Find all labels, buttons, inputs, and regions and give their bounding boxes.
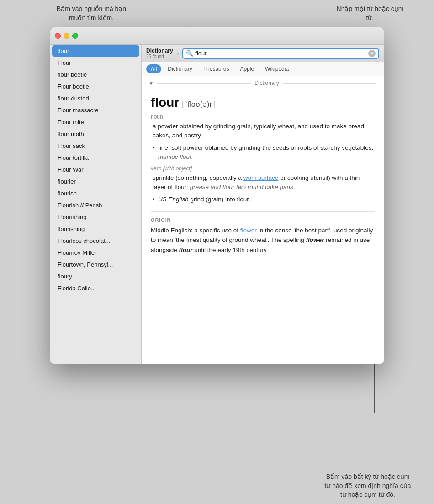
search-input[interactable] — [195, 50, 366, 57]
dict-content: flour | ˈfloʊ(ə)r | noun a powder obtain… — [142, 90, 384, 364]
noun-sub-definition: fine, soft powder obtained by grinding t… — [151, 143, 375, 162]
search-icon: 🔍 — [186, 50, 193, 57]
sidebar-item-10[interactable]: Flour War — [52, 164, 139, 175]
right-panel: Dictionary 25 found › 🔍 ✕ All Dictionary… — [142, 45, 384, 364]
sidebar-item-17[interactable]: Flournoy Miller — [52, 247, 139, 258]
origin-text: Middle English: a specific use of flower… — [151, 226, 375, 255]
tab-wikipedia[interactable]: Wikipedia — [260, 64, 293, 74]
section-header-label: Dictionary — [254, 80, 279, 86]
close-button[interactable] — [55, 33, 61, 39]
sidebar-item-7[interactable]: flour moth — [52, 128, 139, 140]
word-title: flour — [151, 95, 179, 110]
sidebar-item-6[interactable]: Flour mite — [52, 116, 139, 128]
annotation-top-left: Bấm vào nguồn mà bạn muốn tìm kiếm. — [55, 5, 128, 22]
sidebar-item-0[interactable]: flour — [52, 45, 139, 57]
origin-bold1: flower — [306, 236, 324, 243]
verb-def-start: sprinkle (something, especially a — [153, 174, 243, 181]
sidebar-item-20[interactable]: Florida Colle... — [52, 283, 139, 294]
verb-def-example: : grease and flour two round cake pans. — [186, 184, 295, 190]
origin-text-4: until the early 19th century. — [193, 247, 268, 253]
pos-noun-label: noun — [151, 114, 375, 120]
sidebar-item-15[interactable]: flourishing — [52, 223, 139, 235]
sidebar-item-14[interactable]: Flourishing — [52, 211, 139, 223]
sub-def-text: fine, soft powder obtained by grinding t… — [158, 144, 373, 151]
sidebar-item-1[interactable]: Flour — [52, 57, 139, 68]
maximize-button[interactable] — [72, 33, 78, 39]
sub-def-example: manioc flour. — [158, 153, 193, 160]
sidebar-item-5[interactable]: Flour massacre — [52, 105, 139, 116]
sidebar-item-12[interactable]: flourish — [52, 188, 139, 199]
app-window: flourFlourflour beetleFlour beetleflour-… — [50, 27, 384, 364]
pronunciation: | ˈfloʊ(ə)r | — [182, 100, 216, 109]
tab-apple[interactable]: Apple — [235, 64, 259, 74]
toolbar: Dictionary 25 found › 🔍 ✕ — [142, 45, 384, 62]
toolbar-title-section: Dictionary 25 found — [146, 47, 173, 59]
verb-definition: sprinkle (something, especially a work s… — [151, 173, 375, 192]
sidebar-item-13[interactable]: Flourish // Perish — [52, 200, 139, 211]
minimize-button[interactable] — [64, 33, 69, 39]
us-english-label: US English — [158, 196, 189, 203]
sidebar: flourFlourflour beetleFlour beetleflour-… — [50, 45, 142, 364]
sidebar-item-8[interactable]: Flour sack — [52, 140, 139, 152]
chevron-icon: › — [177, 50, 179, 57]
tab-thesaurus[interactable]: Thesaurus — [199, 64, 234, 74]
pos-verb-text: verb — [151, 165, 161, 172]
work-surface-link[interactable]: work surface — [243, 174, 279, 181]
verb-sub-definition: US English grind (grain) into flour. — [151, 195, 375, 204]
origin-text-1: Middle English: a specific use of — [151, 227, 240, 234]
sidebar-item-18[interactable]: Flourtown, Pennsyl... — [52, 259, 139, 270]
collapse-triangle-icon[interactable]: ▼ — [149, 81, 153, 86]
word-header: flour | ˈfloʊ(ə)r | — [151, 95, 375, 110]
titlebar — [50, 27, 384, 45]
tab-all[interactable]: All — [146, 64, 161, 74]
section-header-line-right — [283, 83, 376, 84]
annotation-bottom-right: Bấm vào bất kỳ từ hoặc cụm từ nào để xem… — [324, 472, 411, 499]
noun-definition: a powder obtained by grinding grain, typ… — [151, 122, 375, 141]
content-area: flourFlourflour beetleFlour beetleflour-… — [50, 45, 384, 364]
section-header: ▼ Dictionary — [142, 76, 384, 90]
search-box[interactable]: 🔍 ✕ — [182, 48, 379, 59]
annotation-top-right: Nhập một từ hoặc cụm từ. — [333, 5, 407, 22]
sidebar-item-9[interactable]: Flour tortilla — [52, 152, 139, 163]
sidebar-item-3[interactable]: Flour beetle — [52, 81, 139, 92]
verb-sub-def-text: grind (grain) into flour. — [189, 196, 250, 203]
search-clear-button[interactable]: ✕ — [368, 50, 376, 57]
origin-bold2: flour — [179, 247, 193, 253]
sidebar-item-2[interactable]: flour beetle — [52, 69, 139, 80]
traffic-lights — [55, 33, 78, 39]
sidebar-item-4[interactable]: flour-dusted — [52, 93, 139, 104]
section-header-line-left — [157, 83, 251, 84]
origin-section: ORIGIN Middle English: a specific use of… — [151, 211, 375, 255]
pos-verb-label: verb [with object] — [151, 165, 375, 172]
origin-label: ORIGIN — [151, 217, 375, 223]
flower-link[interactable]: flower — [240, 227, 257, 234]
toolbar-title: Dictionary — [146, 47, 173, 54]
tab-dictionary[interactable]: Dictionary — [163, 64, 196, 74]
sidebar-item-11[interactable]: flourier — [52, 176, 139, 187]
sidebar-item-19[interactable]: floury — [52, 271, 139, 282]
sidebar-item-16[interactable]: Flourless chocolat... — [52, 235, 139, 247]
filter-tabs: All Dictionary Thesaurus Apple Wikipedia — [142, 62, 384, 76]
pos-verb-qualifier: [with object] — [161, 165, 192, 172]
toolbar-subtitle: 25 found — [146, 54, 173, 59]
